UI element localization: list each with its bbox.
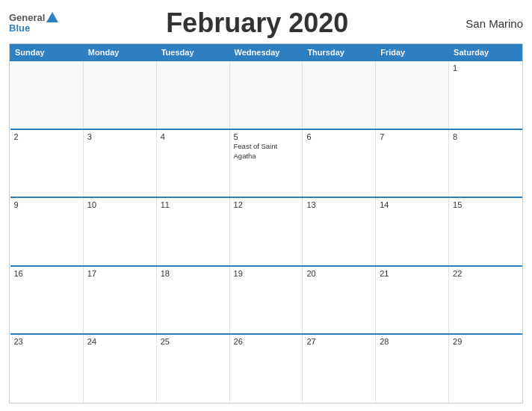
day-number: 19 [234,269,299,278]
day-number: 2 [14,132,79,141]
logo: General Blue [9,12,58,34]
week-row-2: 9101112131415 [10,197,522,266]
day-cell: 5Feast of Saint Agatha [229,129,303,198]
day-cell: 21 [376,266,449,335]
logo-triangle-icon [46,12,58,22]
day-cell: 23 [10,334,84,403]
day-cell: 16 [10,266,84,335]
day-number: 3 [87,132,152,141]
header-saturday: Saturday [449,45,522,61]
day-cell: 17 [83,266,156,335]
day-cell: 22 [449,266,522,335]
week-row-1: 2345Feast of Saint Agatha678 [10,129,522,198]
event-label: Feast of Saint Agatha [234,142,278,160]
day-number: 5 [234,132,299,141]
day-cell: 6 [303,129,376,198]
day-number: 1 [453,64,518,72]
calendar-header: General Blue February 2020 San Marino [9,7,523,39]
day-number: 8 [453,132,518,141]
day-number: 28 [380,337,445,346]
day-cell: 11 [156,197,229,266]
day-number: 11 [161,200,226,209]
day-cell [303,61,376,129]
day-number: 6 [306,132,371,141]
calendar-grid: Sunday Monday Tuesday Wednesday Thursday… [9,43,523,404]
day-cell: 1 [449,61,522,129]
day-cell [229,61,303,129]
day-cell: 15 [449,197,522,266]
calendar-body: 12345Feast of Saint Agatha67891011121314… [10,61,522,403]
calendar-table: Sunday Monday Tuesday Wednesday Thursday… [10,44,522,403]
header-wednesday: Wednesday [229,45,303,61]
day-cell: 8 [449,129,522,198]
day-cell: 2 [10,129,84,198]
header-monday: Monday [83,45,156,61]
country-label: San Marino [456,17,523,30]
day-cell: 7 [376,129,449,198]
day-number: 16 [14,269,79,278]
calendar-title: February 2020 [58,7,456,39]
day-number: 27 [306,337,371,346]
page: General Blue February 2020 San Marino Su… [0,0,532,411]
day-number: 22 [453,269,518,278]
header-sunday: Sunday [10,45,84,61]
day-cell: 13 [303,197,376,266]
day-cell: 12 [229,197,303,266]
day-cell [10,61,84,129]
week-row-0: 1 [10,61,522,129]
day-cell: 20 [303,266,376,335]
header-friday: Friday [376,45,449,61]
day-number: 21 [380,269,445,278]
day-number: 23 [14,337,79,346]
day-cell: 18 [156,266,229,335]
week-row-3: 16171819202122 [10,266,522,335]
day-header-row: Sunday Monday Tuesday Wednesday Thursday… [10,45,522,61]
day-cell: 14 [376,197,449,266]
day-number: 14 [380,200,445,209]
header-tuesday: Tuesday [156,45,229,61]
day-cell: 25 [156,334,229,403]
day-number: 12 [234,200,299,209]
day-number: 10 [87,200,152,209]
logo-general-text: General [9,13,45,23]
day-cell: 29 [449,334,522,403]
day-number: 4 [161,132,226,141]
day-cell: 3 [83,129,156,198]
day-cell: 24 [83,334,156,403]
day-cell: 19 [229,266,303,335]
day-cell [83,61,156,129]
logo-blue-text: Blue [9,23,30,34]
header-thursday: Thursday [303,45,376,61]
day-number: 13 [306,200,371,209]
day-number: 29 [453,337,518,346]
day-number: 26 [234,337,299,346]
week-row-4: 23242526272829 [10,334,522,403]
day-number: 7 [380,132,445,141]
day-number: 9 [14,200,79,209]
day-cell [376,61,449,129]
day-cell: 9 [10,197,84,266]
day-number: 15 [453,200,518,209]
day-cell: 4 [156,129,229,198]
day-number: 18 [161,269,226,278]
day-number: 25 [161,337,226,346]
day-number: 24 [87,337,152,346]
day-cell: 26 [229,334,303,403]
day-cell [156,61,229,129]
day-number: 20 [306,269,371,278]
day-cell: 10 [83,197,156,266]
day-cell: 27 [303,334,376,403]
day-cell: 28 [376,334,449,403]
day-number: 17 [87,269,152,278]
